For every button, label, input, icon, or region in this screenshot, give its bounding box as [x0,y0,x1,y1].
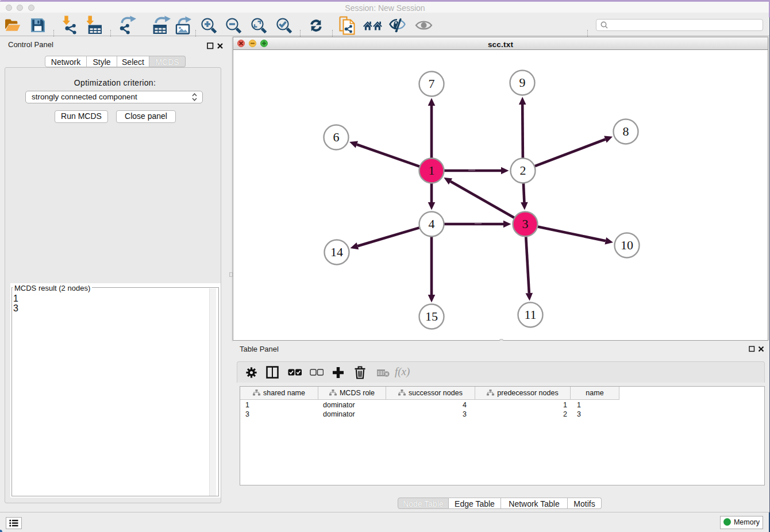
svg-text:14: 14 [330,245,343,259]
svg-text:6: 6 [333,130,340,144]
svg-text:9: 9 [519,75,526,90]
svg-text:11: 11 [524,307,536,322]
svg-text:15: 15 [425,309,438,323]
svg-text:1: 1 [429,163,435,178]
svg-text:2: 2 [520,163,526,178]
svg-text:10: 10 [621,238,633,252]
svg-text:4: 4 [429,217,435,231]
svg-text:3: 3 [522,217,529,231]
svg-text:7: 7 [429,76,435,91]
svg-text:8: 8 [623,124,629,138]
